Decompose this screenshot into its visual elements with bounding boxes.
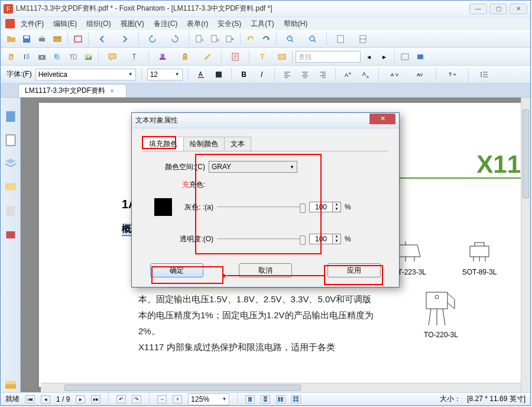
image-icon[interactable] [81,50,95,64]
menu-secure[interactable]: 安全(S) [214,18,245,30]
insert-page-icon[interactable]: + [192,32,206,46]
print-icon[interactable] [35,32,49,46]
form-icon[interactable] [225,50,246,64]
opacity-slider[interactable] [217,234,306,244]
save-icon[interactable] [20,32,34,46]
signatures-icon[interactable] [4,228,18,242]
typewriter-icon[interactable]: T [252,50,274,64]
tab-stroke-color[interactable]: 绘制颜色 [183,137,225,151]
char-spacing-icon[interactable]: AV [384,67,406,82]
ok-button[interactable]: 确定 [150,263,203,277]
color-swatch[interactable] [154,198,172,216]
tab-close-icon[interactable]: × [110,87,114,95]
close-button[interactable]: ✕ [510,4,527,14]
first-page-icon[interactable]: ⏮ [25,395,35,403]
scan-icon[interactable] [71,32,85,46]
scale-h-icon[interactable]: T [442,67,463,82]
edit-icon[interactable] [197,50,218,64]
delete-page-icon[interactable]: × [207,32,222,46]
menu-edit[interactable]: 编辑(E) [50,18,80,30]
gray-slider[interactable] [217,202,306,212]
font-size-select[interactable]: 12▼ [147,69,183,80]
menu-help[interactable]: 帮助(H) [280,18,312,30]
prev-page-icon[interactable]: ◂ [41,395,50,403]
align-center-icon[interactable] [298,67,312,82]
menu-forms[interactable]: 表单(r) [183,18,212,30]
history-back-icon[interactable]: ↶ [116,395,126,403]
nav-fwd-icon[interactable] [114,32,135,46]
font-select[interactable]: Helvetica▼ [35,69,136,80]
extract-icon[interactable] [223,32,237,46]
mail-icon[interactable] [50,32,64,46]
nav-back-icon[interactable] [92,32,113,46]
attachments-icon[interactable] [4,204,18,218]
layers-icon[interactable] [4,157,18,171]
snapshot-icon[interactable] [35,50,49,64]
maximize-button[interactable]: ▢ [489,4,507,14]
apply-button[interactable]: 应用 [327,263,381,277]
fullscreen-icon[interactable] [413,50,427,64]
opacity-spinner[interactable]: ▲▼ [333,234,341,244]
bookmarks-icon[interactable] [4,109,18,124]
undo-icon[interactable] [244,32,258,46]
rotate-left-icon[interactable] [142,32,163,46]
note-icon[interactable] [102,50,123,64]
opacity-value-input[interactable] [309,234,333,244]
tab-text[interactable]: 文本 [224,137,251,151]
document-tab[interactable]: LM1117-3.3中文PDF资料 × [18,84,126,97]
find-icon[interactable] [50,50,64,64]
single-page-icon[interactable] [245,395,255,403]
search-prev-icon[interactable]: ◂ [362,50,376,64]
continuous-facing-icon[interactable] [291,395,301,403]
lock-icon[interactable] [174,50,196,64]
textbox-icon[interactable] [275,50,289,64]
fill-color-icon[interactable] [212,67,226,82]
rotate-right-icon[interactable] [164,32,186,46]
open-icon[interactable] [4,32,18,46]
subscript-icon[interactable]: AA [359,67,373,82]
horizontal-scrollbar[interactable] [41,383,521,392]
menu-organize[interactable]: 组织(O) [83,18,114,30]
superscript-icon[interactable]: AA [341,67,355,82]
last-page-icon[interactable]: ⏭ [91,395,100,403]
zoom-out-status-icon[interactable]: − [157,395,167,403]
highlight-icon[interactable]: T [124,50,145,64]
zoom-out-icon[interactable]: − [302,32,323,46]
select-annot-icon[interactable]: T [66,50,80,64]
line-spacing-icon[interactable] [474,67,495,82]
menu-comment[interactable]: 备注(C) [150,18,181,30]
hand-icon[interactable] [4,50,18,64]
search-input[interactable]: 查找 [296,51,361,63]
vertical-scrollbar[interactable] [521,98,530,392]
word-spacing-icon[interactable]: AV [409,67,430,82]
bold-icon[interactable]: B [237,67,251,82]
notes-panel-icon[interactable] [4,378,18,392]
exit-fullscreen-icon[interactable] [398,50,412,64]
zoom-in-icon[interactable]: + [280,32,301,46]
menu-view[interactable]: 视图(V) [117,18,148,30]
align-right-icon[interactable] [316,67,330,82]
gray-value-input[interactable] [309,202,333,212]
fit-page-icon[interactable] [330,32,351,46]
zoom-select[interactable]: 125%▼ [188,393,229,405]
pages-icon[interactable] [4,133,18,147]
menu-file[interactable]: 文件(F) [17,18,47,30]
facing-icon[interactable] [276,395,286,403]
comments-icon[interactable] [4,180,18,195]
align-left-icon[interactable] [280,67,294,82]
stamp-icon[interactable] [152,50,173,64]
tab-fill-color[interactable]: 填充颜色 [142,137,184,151]
colorspace-select[interactable]: GRAY▼ [209,161,297,173]
fit-width-icon[interactable] [352,32,374,46]
font-color-icon[interactable]: A [194,67,208,82]
next-page-icon[interactable]: ▸ [76,395,85,403]
menu-tools[interactable]: 工具(T) [247,18,277,30]
app-menu-icon[interactable] [5,19,15,28]
continuous-icon[interactable] [261,395,270,403]
italic-icon[interactable]: I [255,67,269,82]
history-fwd-icon[interactable]: ↷ [132,395,141,403]
cancel-button[interactable]: 取消 [239,263,292,277]
zoom-in-status-icon[interactable]: + [173,395,182,403]
select-text-icon[interactable]: I [20,50,34,64]
gray-spinner[interactable]: ▲▼ [333,202,341,212]
